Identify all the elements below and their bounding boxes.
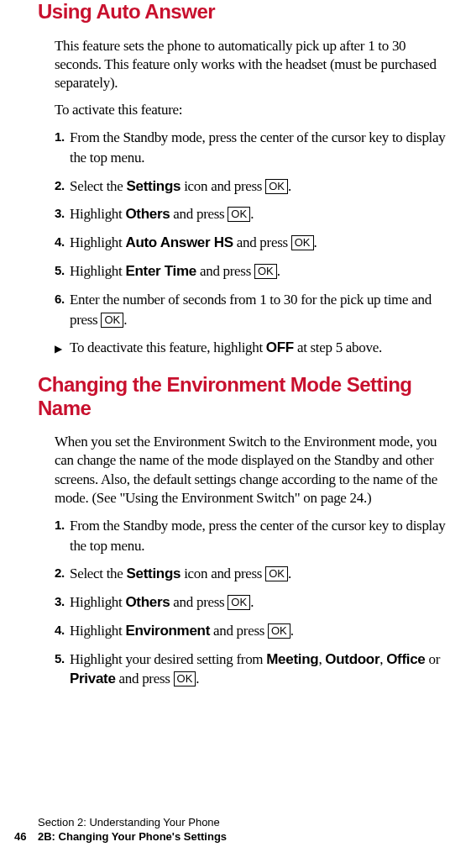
heading-environment-mode: Changing the Environment Mode Setting Na… xyxy=(38,373,454,419)
step-text-mid: and press xyxy=(170,206,228,222)
step-text-post: . xyxy=(288,178,291,194)
step-number: 3. xyxy=(55,204,65,222)
footer-page-line: 462B: Changing Your Phone's Settings xyxy=(38,829,227,844)
step-text-post: . xyxy=(314,234,317,250)
step-text-post: . xyxy=(123,312,127,328)
deactivate-note: ▶ To deactivate this feature, highlight … xyxy=(55,338,454,358)
step-text-post: . xyxy=(250,206,254,222)
step-2: 2. Select the Settings icon and press OK… xyxy=(55,176,454,197)
comma-2: , xyxy=(379,651,386,667)
step-text-pre: Select the xyxy=(70,566,127,581)
step-text-post: . xyxy=(290,623,294,639)
step-number: 4. xyxy=(55,233,65,250)
step-number: 5. xyxy=(55,650,65,667)
step-text: From the Standby mode, press the center … xyxy=(70,518,445,554)
step-number: 3. xyxy=(55,592,65,610)
step-text-pre: Select the xyxy=(70,178,127,194)
bold-office: Office xyxy=(386,651,425,667)
footer-chapter: 2B: Changing Your Phone's Settings xyxy=(38,830,227,843)
step-5: 5. Highlight Enter Time and press OK. xyxy=(55,261,454,281)
step-6: 6. Enter the number of seconds from 1 to… xyxy=(55,290,454,330)
step-number: 2. xyxy=(55,564,65,581)
bold-auto-answer-hs: Auto Answer HS xyxy=(125,234,233,250)
env-step-2: 2. Select the Settings icon and press OK… xyxy=(55,564,454,584)
ok-key-icon: OK xyxy=(174,671,196,687)
bold-others: Others xyxy=(125,594,170,610)
step-text-mid: and press xyxy=(170,594,228,610)
intro-paragraph: This feature sets the phone to automatic… xyxy=(55,37,454,92)
env-step-1: 1. From the Standby mode, press the cent… xyxy=(55,516,454,556)
triangle-icon: ▶ xyxy=(55,342,62,356)
step-text-pre: Highlight xyxy=(70,234,125,250)
bold-enter-time: Enter Time xyxy=(125,263,196,279)
footer-section: Section 2: Understanding Your Phone xyxy=(38,815,227,830)
step-text-mid: and press xyxy=(196,263,254,279)
step-text-mid: and press xyxy=(233,234,291,250)
heading-using-auto-answer: Using Auto Answer xyxy=(38,0,454,24)
step-number: 5. xyxy=(55,261,65,279)
or-conj: or xyxy=(426,651,441,667)
env-step-4: 4. Highlight Environment and press OK. xyxy=(55,621,454,641)
step-text-post: . xyxy=(277,263,280,279)
ok-key-icon: OK xyxy=(101,313,123,328)
bold-private: Private xyxy=(70,671,116,687)
step-text-pre: Highlight your desired setting from xyxy=(70,651,266,667)
ok-key-icon: OK xyxy=(268,623,290,639)
bold-off: OFF xyxy=(266,339,294,355)
env-step-3: 3. Highlight Others and press OK. xyxy=(55,592,454,613)
ok-key-icon: OK xyxy=(228,207,250,222)
step-text-pre: Highlight xyxy=(70,594,125,610)
step-text: From the Standby mode, press the center … xyxy=(70,129,445,166)
env-step-5: 5. Highlight your desired setting from M… xyxy=(55,650,454,690)
deactivate-post: at step 5 above. xyxy=(294,339,382,355)
bold-outdoor: Outdoor xyxy=(325,651,379,667)
step-text-mid: and press xyxy=(116,671,174,687)
step-number: 4. xyxy=(55,621,65,639)
page-footer: Section 2: Understanding Your Phone 462B… xyxy=(38,815,227,844)
ok-key-icon: OK xyxy=(254,264,277,279)
activate-label: To activate this feature: xyxy=(55,101,454,119)
footer-page-number: 46 xyxy=(14,829,38,844)
deactivate-pre: To deactivate this feature, highlight xyxy=(70,339,266,355)
section-environment: When you set the Environment Switch to t… xyxy=(38,433,454,689)
ok-key-icon: OK xyxy=(265,179,288,194)
bold-settings: Settings xyxy=(127,566,181,581)
bold-settings: Settings xyxy=(127,178,181,194)
step-text-mid: icon and press xyxy=(181,178,265,194)
bold-meeting: Meeting xyxy=(266,651,318,667)
step-text-post: . xyxy=(288,566,291,581)
bold-others: Others xyxy=(125,206,170,222)
step-text-pre: Highlight xyxy=(70,206,125,222)
step-text-post: . xyxy=(196,671,199,687)
ok-key-icon: OK xyxy=(228,595,250,610)
ok-key-icon: OK xyxy=(291,235,314,250)
env-intro-paragraph: When you set the Environment Switch to t… xyxy=(55,433,454,507)
steps-list-1: 1. From the Standby mode, press the cent… xyxy=(55,128,454,329)
step-number: 1. xyxy=(55,516,65,534)
step-text-mid: icon and press xyxy=(181,566,265,581)
ok-key-icon: OK xyxy=(265,566,288,581)
step-number: 2. xyxy=(55,176,65,194)
step-text-pre: Highlight xyxy=(70,263,125,279)
step-number: 1. xyxy=(55,128,65,145)
steps-list-2: 1. From the Standby mode, press the cent… xyxy=(55,516,454,690)
bold-environment: Environment xyxy=(125,623,210,639)
step-text-pre: Highlight xyxy=(70,623,125,639)
section-auto-answer: This feature sets the phone to automatic… xyxy=(38,37,454,359)
step-1: 1. From the Standby mode, press the cent… xyxy=(55,128,454,168)
step-3: 3. Highlight Others and press OK. xyxy=(55,204,454,224)
step-text-mid: and press xyxy=(210,623,268,639)
step-number: 6. xyxy=(55,290,65,308)
step-4: 4. Highlight Auto Answer HS and press OK… xyxy=(55,233,454,253)
page: Using Auto Answer This feature sets the … xyxy=(0,0,471,868)
step-text-post: . xyxy=(250,594,254,610)
